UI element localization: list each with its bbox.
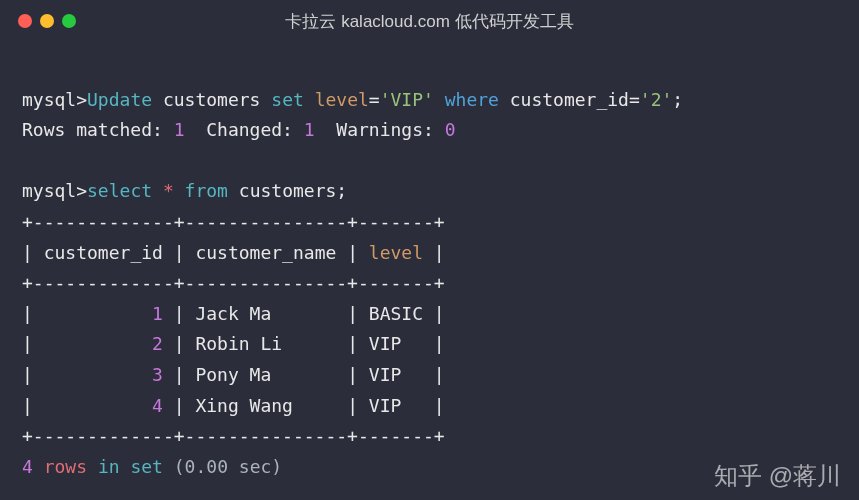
table-row: | 4 | Xing Wang | VIP | xyxy=(22,395,445,416)
table-row: | 1 | Jack Ma | BASIC | xyxy=(22,303,445,324)
from-keyword: from xyxy=(185,180,228,201)
traffic-lights xyxy=(18,14,76,28)
table-border-mid: +-------------+---------------+-------+ xyxy=(22,272,445,293)
where-val: '2' xyxy=(640,89,673,110)
table-row: | 3 | Pony Ma | VIP | xyxy=(22,364,445,385)
update-val: 'VIP' xyxy=(380,89,434,110)
table-row: | 2 | Robin Li | VIP | xyxy=(22,333,445,354)
star: * xyxy=(163,180,174,201)
update-table: customers xyxy=(163,89,261,110)
footer-time: (0.00 sec) xyxy=(174,456,282,477)
update-col: level xyxy=(315,89,369,110)
table-border-top: +-------------+---------------+-------+ xyxy=(22,211,445,232)
close-icon[interactable] xyxy=(18,14,32,28)
footer-in: in xyxy=(98,456,120,477)
select-keyword: select xyxy=(87,180,152,201)
minimize-icon[interactable] xyxy=(40,14,54,28)
eq2: = xyxy=(629,89,640,110)
where-keyword: where xyxy=(445,89,499,110)
changed-label: Changed: xyxy=(206,119,293,140)
rows-matched-val: 1 xyxy=(174,119,185,140)
terminal-output[interactable]: mysql>Update customers set level='VIP' w… xyxy=(0,36,859,500)
maximize-icon[interactable] xyxy=(62,14,76,28)
window-titlebar: 卡拉云 kalacloud.com 低代码开发工具 xyxy=(0,0,859,36)
table-header: | customer_id | customer_name | level | xyxy=(22,242,445,263)
rows-matched-label: Rows matched: xyxy=(22,119,163,140)
eq: = xyxy=(369,89,380,110)
watermark: 知乎 @蒋川 xyxy=(714,460,841,492)
footer-set: set xyxy=(130,456,163,477)
update-keyword: Update xyxy=(87,89,152,110)
warnings-label: Warnings: xyxy=(336,119,434,140)
semi1: ; xyxy=(672,89,683,110)
table-border-bot: +-------------+---------------+-------+ xyxy=(22,425,445,446)
semi2: ; xyxy=(336,180,347,201)
footer-count: 4 xyxy=(22,456,33,477)
prompt2: mysql> xyxy=(22,180,87,201)
changed-val: 1 xyxy=(304,119,315,140)
where-col: customer_id xyxy=(510,89,629,110)
footer-rows: rows xyxy=(44,456,87,477)
window-title: 卡拉云 kalacloud.com 低代码开发工具 xyxy=(285,10,573,33)
warnings-val: 0 xyxy=(445,119,456,140)
prompt: mysql> xyxy=(22,89,87,110)
select-table: customers xyxy=(239,180,337,201)
set-keyword: set xyxy=(271,89,304,110)
